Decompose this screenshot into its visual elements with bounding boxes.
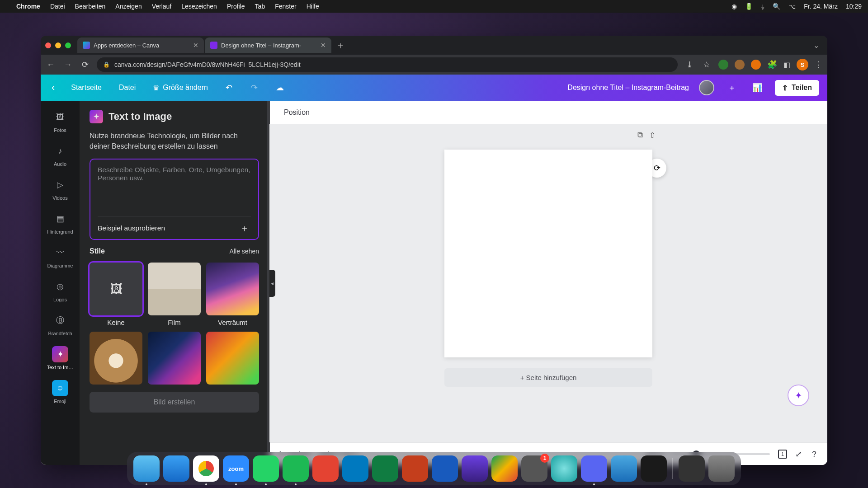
help-button[interactable]: ？ (810, 449, 818, 460)
style-6[interactable] (206, 332, 259, 385)
battery-icon[interactable]: 🔋 (745, 3, 753, 10)
rail-audio[interactable]: ♪Audio (41, 139, 80, 170)
dock-app-teal[interactable] (551, 455, 577, 482)
close-window-icon[interactable] (45, 42, 51, 48)
home-link[interactable]: Startseite (67, 81, 105, 94)
fullscreen-button[interactable]: ⤢ (795, 449, 802, 459)
browser-tab-2[interactable]: Design ohne Titel – Instagram- ✕ (205, 38, 331, 53)
tabs-dropdown-icon[interactable]: ⌄ (810, 41, 823, 50)
dock-zoom[interactable]: zoom (223, 455, 249, 482)
dock-powerpoint[interactable] (402, 455, 428, 482)
style-dreamy[interactable]: Verträumt (206, 263, 259, 326)
rail-videos[interactable]: ▷Videos (41, 173, 80, 204)
menu-lesezeichen[interactable]: Lesezeichen (181, 3, 217, 10)
extensions-icon[interactable]: 🧩 (767, 60, 777, 70)
address-bar[interactable]: 🔒 canva.com/design/DAFeGfv4mD0/8wNhH46Fi… (97, 57, 678, 72)
menu-profile[interactable]: Profile (227, 3, 245, 10)
file-menu[interactable]: Datei (115, 81, 139, 94)
cloud-sync-icon[interactable]: ☁ (272, 80, 288, 95)
rail-diagramme[interactable]: 〰Diagramme (41, 241, 80, 272)
menu-verlauf[interactable]: Verlauf (152, 3, 172, 10)
reload-button[interactable]: ⟳ (80, 60, 90, 70)
wifi-icon[interactable]: ⏚ (761, 3, 764, 10)
redo-button[interactable]: ↷ (247, 80, 262, 95)
profile-avatar[interactable]: S (797, 59, 808, 70)
menubar-time[interactable]: 10:29 (846, 3, 862, 10)
document-title[interactable]: Design ohne Titel – Instagram-Beitrag (567, 84, 689, 92)
prompt-input[interactable] (98, 166, 251, 208)
install-app-icon[interactable]: ⤓ (684, 60, 695, 70)
rail-text-to-image[interactable]: ✦Text to Im… (41, 343, 80, 374)
menu-bearbeiten[interactable]: Bearbeiten (75, 3, 106, 10)
dock-folder[interactable] (679, 455, 705, 482)
add-page-button[interactable]: + Seite hinzufügen (444, 368, 652, 387)
style-4[interactable] (90, 332, 142, 385)
back-button[interactable]: ← (45, 60, 56, 70)
canvas-area[interactable]: ◂ ⧉ ⇧ ⟳ + Seite hinzufügen ✦ (269, 124, 827, 442)
fullscreen-window-icon[interactable] (65, 42, 71, 48)
add-member-icon[interactable]: ＋ (724, 80, 740, 95)
style-thumb-6[interactable] (206, 332, 259, 385)
dock-voice-memos[interactable] (641, 455, 667, 482)
menu-datei[interactable]: Datei (50, 3, 65, 10)
extension-icon-1[interactable] (718, 60, 728, 70)
generate-button[interactable]: Bild erstellen (90, 392, 259, 413)
menu-fenster[interactable]: Fenster (275, 3, 296, 10)
back-icon[interactable]: ‹ (49, 82, 57, 94)
dock-excel[interactable] (372, 455, 398, 482)
style-none[interactable]: 🖼 Keine (90, 263, 142, 326)
dock-chrome[interactable] (193, 455, 219, 482)
menubar-date[interactable]: Fr. 24. März (804, 3, 838, 10)
resize-button[interactable]: ♛Größe ändern (149, 81, 212, 95)
search-icon[interactable]: 🔍 (773, 3, 780, 10)
insights-icon[interactable]: 📊 (750, 80, 765, 95)
chrome-menu-icon[interactable]: ⋮ (815, 60, 823, 70)
try-example-button[interactable]: Beispiel ausprobieren ＋ (98, 216, 251, 235)
position-button[interactable]: Position (279, 106, 314, 119)
dock-safari[interactable] (163, 455, 189, 482)
star-icon[interactable]: ☆ (701, 60, 712, 70)
extension-icon-3[interactable] (751, 60, 761, 70)
record-icon[interactable]: ◉ (731, 3, 737, 10)
dock-app-blue[interactable] (611, 455, 637, 482)
dock-spotify[interactable] (283, 455, 309, 482)
style-thumb-film[interactable] (148, 263, 201, 315)
rail-hintergrund[interactable]: ▤Hintergrund (41, 207, 80, 238)
rail-logos[interactable]: ◎Logos (41, 275, 80, 306)
new-tab-button[interactable]: ＋ (332, 39, 349, 52)
canvas-page[interactable] (444, 150, 652, 357)
menu-hilfe[interactable]: Hilfe (307, 3, 319, 10)
dock-discord[interactable] (581, 455, 607, 482)
menu-tab[interactable]: Tab (255, 3, 265, 10)
style-thumb-4[interactable] (90, 332, 142, 385)
menu-anzeigen[interactable]: Anzeigen (115, 3, 142, 10)
sidepanel-icon[interactable]: ◧ (783, 61, 790, 69)
undo-button[interactable]: ↶ (222, 80, 237, 95)
see-all-link[interactable]: Alle sehen (230, 248, 259, 255)
style-5[interactable] (148, 332, 201, 385)
user-avatar[interactable] (699, 80, 714, 95)
collapse-panel-icon[interactable]: ◂ (269, 270, 275, 297)
magic-fab-button[interactable]: ✦ (788, 385, 809, 406)
share-button[interactable]: ⇧ Teilen (775, 80, 819, 96)
dock-todoist[interactable] (312, 455, 339, 482)
dock-whatsapp[interactable] (253, 455, 279, 482)
close-tab-icon[interactable]: ✕ (193, 42, 198, 49)
forward-button[interactable]: → (62, 60, 73, 70)
window-controls[interactable] (45, 42, 71, 48)
rail-emoji[interactable]: ☺Emoji (41, 376, 80, 408)
dock-trello[interactable] (342, 455, 368, 482)
control-center-icon[interactable]: ⌥ (788, 3, 796, 10)
style-film[interactable]: Film (148, 263, 201, 326)
style-thumb-none[interactable]: 🖼 (90, 263, 142, 315)
duplicate-page-icon[interactable]: ⧉ (637, 131, 643, 140)
grid-view-button[interactable]: 1 (778, 450, 787, 459)
close-tab-icon[interactable]: ✕ (321, 42, 326, 49)
style-thumb-5[interactable] (148, 332, 201, 385)
minimize-window-icon[interactable] (55, 42, 61, 48)
dock-settings[interactable]: 1 (521, 455, 547, 482)
dock-finder[interactable] (133, 455, 160, 482)
style-thumb-dreamy[interactable] (206, 263, 259, 315)
rail-fotos[interactable]: 🖼Fotos (41, 105, 80, 136)
share-page-icon[interactable]: ⇧ (649, 131, 656, 140)
